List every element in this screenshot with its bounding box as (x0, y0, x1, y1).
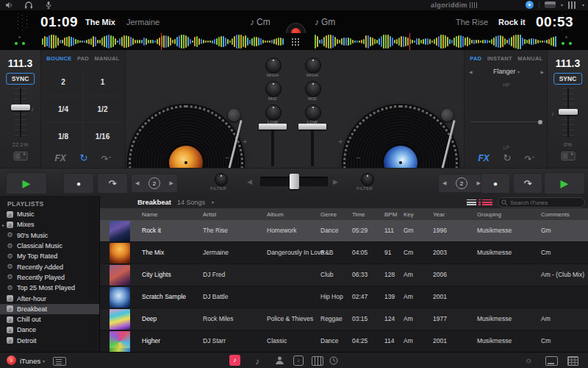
list-view-icon[interactable] (467, 199, 476, 205)
track-row-the-mix[interactable]: The MixJermaineDangerously In LoveR&B04:… (100, 242, 588, 264)
headphones-icon[interactable] (25, 1, 32, 9)
deck-right-waveform[interactable] (315, 33, 557, 50)
loop-length-badge[interactable]: 2 (148, 177, 160, 189)
playlist-item-top-25-most-played[interactable]: ⚙Top 25 Most Played (0, 283, 99, 293)
song-count[interactable]: 14 Songs (177, 199, 205, 206)
fx-caret-icon[interactable]: ▾ (517, 70, 520, 74)
artwork-panel-icon[interactable] (545, 356, 558, 366)
loop-increase-icon[interactable]: ▶ (170, 180, 173, 186)
search-input[interactable] (509, 198, 584, 207)
deck-left-bend-button[interactable]: ↷ (97, 173, 128, 194)
volume-icon[interactable] (6, 2, 13, 8)
tab-manual[interactable]: MANUAL (517, 55, 542, 62)
grid-view-icon[interactable] (567, 356, 578, 366)
crossfader-thumb[interactable] (290, 174, 299, 189)
playlist-item-music[interactable]: ♪Music (0, 209, 99, 219)
playlist-item-classical-music[interactable]: ⚙Classical Music (0, 241, 99, 251)
playlist-item-recently-played[interactable]: ⚙Recently Played (0, 272, 99, 283)
queue-drawer-icon[interactable] (53, 357, 66, 366)
mixer-columns-caret-icon[interactable]: ▾ (582, 2, 584, 7)
track-row-higher[interactable]: HigherDJ StarrClassicDance04:25114Am2001… (100, 330, 588, 352)
tab-pad[interactable]: PAD (470, 55, 481, 62)
eq-mid-knob[interactable] (265, 81, 282, 97)
column-header-comments[interactable]: Comments (541, 211, 570, 218)
xy-pad-handle[interactable] (538, 120, 542, 124)
column-header-key[interactable]: Key (404, 211, 414, 218)
brightness-icon[interactable]: ☼ (525, 355, 532, 364)
playlist-item-mixes[interactable]: ▸♪Mixes (0, 219, 99, 230)
playlist-item-after-hour[interactable]: ♪After-hour (0, 293, 99, 303)
deck-left-cue-record-button[interactable]: ● (63, 173, 94, 194)
deck-right-cue-record-button[interactable]: ● (481, 173, 510, 194)
deck-left-play-button[interactable]: ▶ (6, 172, 47, 194)
playlist-item-breakbeat[interactable]: ♪Breakbeat (0, 304, 99, 314)
microphone-icon[interactable] (46, 1, 51, 9)
column-header-album[interactable]: Album (267, 211, 284, 218)
playlist-item-chill-out[interactable]: ♪Chill out (0, 314, 99, 325)
deck-right-pitch-slider[interactable] (562, 88, 574, 137)
playlist-item-detroit[interactable]: ♪Detroit (0, 336, 99, 346)
tab-bounce[interactable]: BOUNCE (46, 55, 71, 62)
loop-pad-1-8[interactable]: 1/8 (44, 123, 83, 150)
zoom-in-icon[interactable]: + (243, 137, 247, 146)
volume-fader-right[interactable] (298, 124, 326, 130)
view-layout-icon[interactable] (545, 1, 556, 8)
deck-left-keylock-toggle[interactable] (13, 152, 27, 160)
crossfader-right-icon[interactable]: ▶ (333, 178, 338, 185)
artwork-list-view-icon[interactable] (482, 199, 492, 205)
artists-view-icon[interactable] (275, 355, 284, 365)
eq-high-knob[interactable] (305, 57, 321, 74)
tab-manual[interactable]: MANUAL (94, 55, 119, 62)
deck-right-filter-knob[interactable] (361, 173, 374, 186)
loop-pad-2[interactable]: 2 (44, 69, 83, 96)
eq-low-knob[interactable] (305, 105, 321, 121)
deck-right-bend-button[interactable]: ↷ (513, 173, 542, 194)
eq-low-knob[interactable] (265, 105, 282, 121)
zoom-out-icon[interactable]: − (225, 153, 229, 162)
bluetooth-status-icon[interactable] (526, 1, 534, 9)
loop-length-badge[interactable]: 2 (456, 177, 467, 189)
loop-pad-1[interactable]: 1 (83, 69, 122, 96)
itunes-source-icon[interactable]: ♪ (7, 355, 16, 365)
playlist-item-90-s-music[interactable]: ⚙90's Music (0, 230, 99, 241)
loop-decrease-icon[interactable]: ◀ (442, 180, 446, 186)
zoom-in-icon[interactable]: + (338, 137, 343, 146)
playlist-item-recently-added[interactable]: ⚙Recently Added (0, 261, 99, 272)
loop-icon[interactable]: ↻ (79, 153, 87, 163)
zoom-out-icon[interactable]: − (356, 153, 360, 162)
view-layout-caret-icon[interactable]: ▾ (561, 2, 563, 7)
tab-pad[interactable]: PAD (77, 55, 89, 62)
loop-pad-1-4[interactable]: 1/4 (44, 96, 83, 124)
column-header-bpm[interactable]: BPM (384, 211, 397, 218)
loop-icon[interactable]: ↻ (503, 153, 511, 163)
genres-view-icon[interactable] (312, 356, 323, 366)
fx-toggle[interactable]: FX (55, 153, 66, 163)
fx-next-icon[interactable]: ▶ (540, 69, 544, 74)
track-row-deep[interactable]: DeepRock MilesPolice & ThievesReggae03:1… (100, 308, 588, 330)
pitch-bend-icon[interactable]: ↷+ (525, 152, 535, 163)
track-row-scratch-sample[interactable]: Scratch SampleDJ BattleHip Hop02:47139Am… (100, 286, 588, 308)
loop-pad-1-2[interactable]: 1/2 (83, 96, 122, 124)
column-header-genre[interactable]: Genre (320, 211, 337, 218)
itunes-source-label[interactable]: iTunes (20, 357, 40, 365)
pitch-bend-icon[interactable]: ↷+ (101, 152, 112, 163)
deck-left-waveform[interactable] (42, 33, 284, 50)
column-header-artist[interactable]: Artist (203, 211, 216, 218)
deck-right-pitch-thumb[interactable] (559, 109, 578, 115)
track-row-rock-it[interactable]: Rock itThe RiseHomeworkDance05:29111Gm19… (100, 220, 588, 242)
column-header-grouping[interactable]: Grouping (477, 211, 501, 218)
disclosure-icon[interactable]: ▸ (0, 222, 7, 227)
loop-decrease-icon[interactable]: ◀ (135, 180, 139, 186)
fx-toggle[interactable]: FX (478, 153, 490, 163)
mixer-columns-icon[interactable] (568, 1, 577, 9)
deck-right-play-button[interactable]: ▶ (544, 172, 585, 194)
deck-left-pitch-slider[interactable] (15, 88, 26, 137)
deck-right-keylock-toggle[interactable] (561, 152, 575, 160)
deck-left-filter-knob[interactable] (215, 173, 228, 186)
fx-xy-pad[interactable]: HP LP (469, 81, 544, 152)
deck-left-pitch-thumb[interactable] (11, 105, 30, 110)
track-row-city-lights[interactable]: City LightsDJ FredClub06:33128Am2006Am -… (100, 264, 588, 286)
deck-right-sync-button[interactable]: SYNC (553, 73, 583, 85)
loop-pad-1-16[interactable]: 1/16 (83, 123, 122, 150)
eq-high-knob[interactable] (265, 57, 282, 74)
